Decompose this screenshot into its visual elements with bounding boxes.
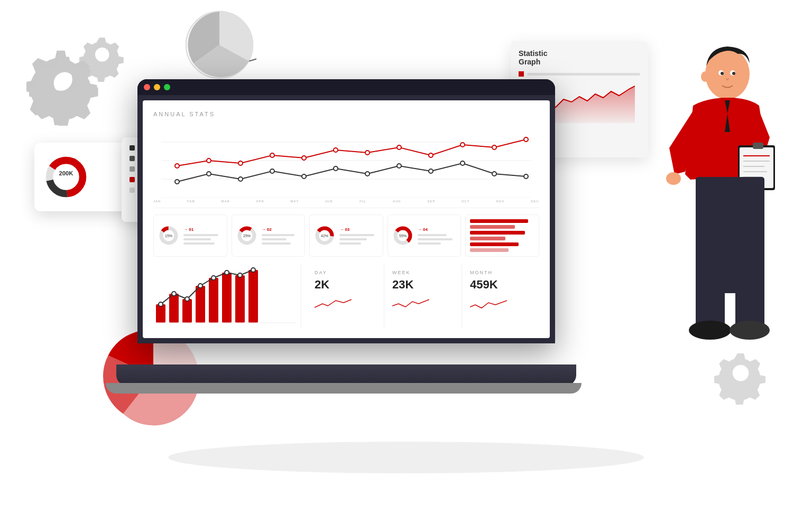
mini-card-04-lines: → 04 xyxy=(418,227,457,245)
svg-text:55%: 55% xyxy=(399,234,407,238)
svg-point-56 xyxy=(159,302,163,306)
svg-point-17 xyxy=(334,148,338,152)
svg-point-86 xyxy=(701,71,709,82)
month-jun: JUN xyxy=(325,200,333,203)
month-jul: JUL xyxy=(359,200,366,203)
svg-rect-53 xyxy=(222,273,232,323)
svg-point-58 xyxy=(185,297,189,301)
scene: 200K Statistic Graph xyxy=(0,0,812,505)
wide-bar-4 xyxy=(470,237,505,240)
ground-shadow xyxy=(168,442,644,473)
svg-point-34 xyxy=(492,172,496,176)
svg-rect-51 xyxy=(196,286,205,323)
mini-line-03b xyxy=(339,238,367,240)
mini-line-01c xyxy=(183,242,215,245)
svg-point-16 xyxy=(302,156,306,160)
mini-line-02c xyxy=(262,242,291,245)
svg-point-13 xyxy=(207,158,211,163)
titlebar-close-dot xyxy=(144,84,150,90)
svg-point-63 xyxy=(251,268,255,272)
svg-point-59 xyxy=(198,284,202,288)
donut-chart-icon: 200K xyxy=(42,153,90,201)
month-labels: JAN FEB MAR APR MAY JUN JUL AUG SEP OCT … xyxy=(153,200,539,203)
legend-dot-medium xyxy=(130,156,135,161)
mini-label-04: → 04 xyxy=(418,227,457,232)
bar-chart-area xyxy=(153,265,301,328)
svg-rect-78 xyxy=(696,243,725,328)
metric-month-sparkline xyxy=(470,294,507,310)
annual-stats-title: ANNUAL STATS xyxy=(153,111,539,117)
metric-month-label: MONTH xyxy=(470,270,531,275)
laptop-titlebar xyxy=(137,79,555,95)
mini-line-02b xyxy=(262,238,287,240)
svg-point-19 xyxy=(397,145,401,149)
bar-chart-svg xyxy=(153,265,296,325)
svg-point-15 xyxy=(270,153,274,157)
svg-point-60 xyxy=(211,276,216,280)
wide-bar-3 xyxy=(470,231,524,235)
titlebar-expand-dot xyxy=(164,84,170,90)
svg-point-62 xyxy=(238,273,242,277)
stats-metrics: DAY 2K WEEK 23K xyxy=(307,265,539,328)
svg-point-32 xyxy=(429,169,433,173)
svg-point-27 xyxy=(270,169,274,173)
svg-point-14 xyxy=(238,161,243,165)
stat-card-02: 25% → 02 xyxy=(232,214,306,257)
metric-week: WEEK 23K xyxy=(384,265,462,328)
stat-graph-dot xyxy=(519,71,524,77)
metric-week-sparkline xyxy=(392,294,429,310)
svg-point-61 xyxy=(225,270,229,275)
month-may: MAY xyxy=(291,200,299,203)
svg-text:15%: 15% xyxy=(165,234,172,238)
stat-card-01: 15% → 01 xyxy=(153,214,227,257)
svg-rect-71 xyxy=(753,143,763,149)
mini-line-03c xyxy=(339,242,361,245)
svg-point-20 xyxy=(429,153,433,157)
pie-top-icon xyxy=(182,8,256,82)
svg-point-29 xyxy=(334,166,338,171)
metric-month-value: 459K xyxy=(470,278,531,292)
month-dec: DEC xyxy=(531,200,539,203)
wide-bar-row xyxy=(470,219,534,252)
mini-line-02a xyxy=(262,234,295,236)
svg-point-84 xyxy=(721,72,724,75)
titlebar-minimize-dot xyxy=(154,84,160,90)
svg-point-33 xyxy=(460,161,465,165)
mini-label-03: → 03 xyxy=(339,227,379,232)
stats-cards-row: 15% → 01 25% xyxy=(153,214,539,257)
wide-bar-6 xyxy=(470,248,509,252)
month-jan: JAN xyxy=(153,200,161,203)
svg-rect-48 xyxy=(156,304,165,323)
laptop-content: ANNUAL STATS xyxy=(143,100,550,338)
svg-point-23 xyxy=(524,137,528,142)
svg-point-30 xyxy=(365,172,370,176)
stat-card-04: 55% → 04 xyxy=(387,214,462,257)
wide-bar-1 xyxy=(470,219,528,223)
svg-point-31 xyxy=(397,164,401,168)
month-apr: APR xyxy=(256,200,264,203)
mini-card-02-lines: → 02 xyxy=(262,227,301,245)
mini-line-01b xyxy=(183,238,211,240)
svg-point-28 xyxy=(302,174,306,179)
wide-bar-2 xyxy=(470,225,515,229)
person-illustration xyxy=(611,42,775,423)
svg-text:200K: 200K xyxy=(59,170,74,176)
mini-card-03-lines: → 03 xyxy=(339,227,379,245)
svg-point-26 xyxy=(238,177,243,181)
svg-point-35 xyxy=(524,174,528,179)
line-chart-area: JAN FEB MAR APR MAY JUN JUL AUG SEP OCT … xyxy=(153,124,539,208)
month-sep: SEP xyxy=(427,200,435,203)
svg-point-18 xyxy=(365,151,370,155)
mini-donut-04: 55% xyxy=(392,225,413,246)
legend-dot-red xyxy=(130,177,135,182)
wide-bar-card xyxy=(465,214,539,257)
laptop-container: ANNUAL STATS xyxy=(137,79,555,386)
svg-point-12 xyxy=(175,164,179,168)
mini-line-04b xyxy=(418,238,453,240)
laptop-base xyxy=(116,364,576,386)
svg-point-67 xyxy=(666,172,681,185)
svg-rect-52 xyxy=(209,278,218,323)
mini-line-04a xyxy=(418,234,447,236)
mini-card-01-lines: → 01 xyxy=(183,227,223,245)
wide-bar-5 xyxy=(470,242,518,246)
